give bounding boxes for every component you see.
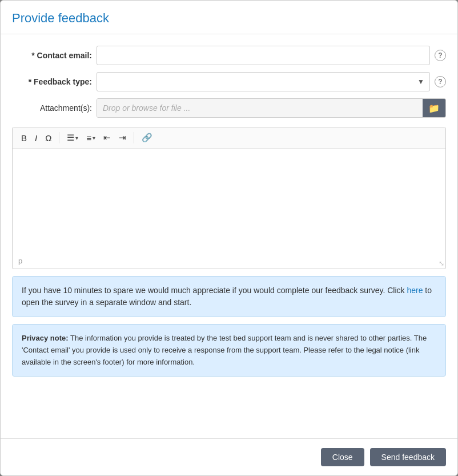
ordered-list-chevron: ▾ xyxy=(93,135,95,141)
contact-email-help-icon[interactable]: ? xyxy=(435,50,446,61)
feedback-dialog: Provide feedback * Contact email: ? * Fe… xyxy=(0,0,458,476)
attachment-placeholder: Drop or browse for file ... xyxy=(97,99,423,117)
attachment-row: Attachment(s): Drop or browse for file .… xyxy=(12,98,446,118)
italic-button[interactable]: I xyxy=(32,131,40,145)
feedback-type-wrapper: ▼ xyxy=(97,72,430,91)
indent-icon: ⇥ xyxy=(119,133,126,143)
toolbar-divider-1 xyxy=(59,132,59,143)
indent-button[interactable]: ⇥ xyxy=(116,131,129,145)
feedback-type-select[interactable] xyxy=(97,72,430,91)
bullet-list-button[interactable]: ☰ ▾ xyxy=(64,131,81,145)
outdent-button[interactable]: ⇤ xyxy=(101,131,114,145)
privacy-text: The information you provide is treated b… xyxy=(22,334,427,366)
folder-icon: 📁 xyxy=(428,103,440,114)
omega-button[interactable]: Ω xyxy=(42,131,54,145)
link-button[interactable]: 🔗 xyxy=(139,131,155,145)
privacy-title: Privacy note: xyxy=(22,334,69,342)
resize-handle-icon[interactable]: ⤡ xyxy=(439,259,444,267)
dialog-footer: Close Send feedback xyxy=(1,438,457,475)
send-feedback-button[interactable]: Send feedback xyxy=(370,448,446,466)
link-icon: 🔗 xyxy=(142,133,152,143)
attachment-input-wrapper: Drop or browse for file ... 📁 xyxy=(97,98,446,118)
toolbar-divider-2 xyxy=(134,132,134,143)
bullet-list-chevron: ▾ xyxy=(75,135,78,141)
close-button[interactable]: Close xyxy=(321,448,364,466)
dialog-body: * Contact email: ? * Feedback type: ▼ ? … xyxy=(1,34,457,438)
contact-email-row: * Contact email: ? xyxy=(12,46,446,65)
ordered-list-icon: ≡ xyxy=(86,133,91,143)
editor-area[interactable] xyxy=(13,149,445,269)
contact-email-input[interactable] xyxy=(97,46,430,65)
outdent-icon: ⇤ xyxy=(103,133,111,143)
attachment-label: Attachment(s): xyxy=(12,103,92,113)
survey-text: If you have 10 minutes to spare we would… xyxy=(22,286,407,295)
editor-paragraph-indicator: p xyxy=(18,257,22,265)
privacy-note-box: Privacy note: The information you provid… xyxy=(12,324,446,377)
survey-info-box: If you have 10 minutes to spare we would… xyxy=(12,276,446,317)
dialog-header: Provide feedback xyxy=(1,1,457,34)
dialog-title: Provide feedback xyxy=(12,11,446,26)
feedback-type-row: * Feedback type: ▼ ? xyxy=(12,72,446,91)
editor-wrapper: p ⤡ xyxy=(13,149,445,269)
bullet-list-icon: ☰ xyxy=(67,133,74,143)
feedback-type-help-icon[interactable]: ? xyxy=(435,76,446,87)
editor-toolbar: B I Ω ☰ ▾ ≡ ▾ ⇤ ⇥ xyxy=(13,127,445,149)
bold-button[interactable]: B xyxy=(18,131,30,145)
attachment-browse-button[interactable]: 📁 xyxy=(423,99,445,117)
contact-email-label: * Contact email: xyxy=(12,51,92,60)
survey-link[interactable]: here xyxy=(407,286,423,295)
ordered-list-button[interactable]: ≡ ▾ xyxy=(83,131,98,145)
feedback-type-label: * Feedback type: xyxy=(12,77,92,86)
editor-container: B I Ω ☰ ▾ ≡ ▾ ⇤ ⇥ xyxy=(12,127,446,269)
